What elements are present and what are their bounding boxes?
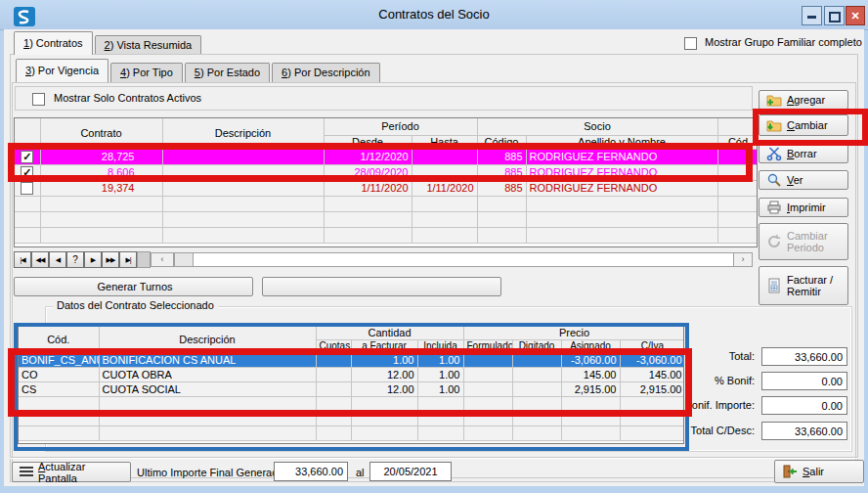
scroll-left-button[interactable]: ‹	[152, 253, 174, 266]
contract-row-2[interactable]: ✓8,60628/09/2020885RODRIGUEZ FERNANDO	[15, 164, 758, 180]
sub-tab-4[interactable]: 6) Por Descripción	[272, 63, 379, 82]
detail-cell-formulado[interactable]	[463, 352, 512, 367]
sub-tab-1[interactable]: 3) Por Vigencia	[16, 59, 108, 82]
cell-nombre[interactable]: RODRIGUEZ FERNANDO	[526, 149, 717, 164]
detail-row-5[interactable]	[19, 411, 684, 426]
cell-descripcion[interactable]	[162, 164, 324, 180]
main-tab-1[interactable]: 1) Contratos	[14, 31, 93, 55]
detail-cell-empty[interactable]	[99, 426, 316, 440]
cell-extra[interactable]	[717, 164, 758, 180]
detail-cell-cod[interactable]: CO	[19, 367, 99, 381]
cell-empty[interactable]	[324, 211, 412, 227]
scrollbar-thumb[interactable]	[174, 253, 194, 266]
cell-contrato[interactable]: 19,374	[40, 180, 162, 196]
scroll-right-button[interactable]: ›	[733, 253, 752, 266]
generar-turnos-button[interactable]: Generar Turnos	[14, 277, 253, 296]
sub-header-1[interactable]: Hasta	[412, 135, 477, 149]
detail-cell-digitado[interactable]	[512, 367, 561, 381]
nav-button-5[interactable]: ▶	[84, 251, 102, 268]
detail-row-4[interactable]	[19, 396, 684, 411]
cell-codigo[interactable]: 885	[477, 180, 526, 196]
row-checkbox[interactable]: ✓	[21, 151, 33, 163]
detail-cell-empty[interactable]	[99, 396, 316, 411]
sub-header-4[interactable]: Cód	[717, 135, 758, 149]
cell-empty[interactable]	[477, 227, 526, 243]
col-header-contrato[interactable]: Contrato	[40, 118, 162, 149]
detail-cell-cod[interactable]: BONIF_CS_ANUA	[19, 352, 99, 367]
sub-header-2[interactable]: Código	[477, 135, 526, 149]
cell-nombre[interactable]: RODRIGUEZ FERNANDO	[526, 180, 717, 196]
ver-button[interactable]: Ver	[759, 170, 848, 190]
horizontal-scrollbar[interactable]: ‹ ›	[151, 252, 753, 267]
cell-empty[interactable]	[40, 211, 162, 227]
detail-cell-empty[interactable]	[561, 411, 620, 426]
cell-empty[interactable]	[526, 227, 717, 243]
ultimo-importe-field[interactable]: 33,660.00	[274, 462, 348, 481]
detail-cell-descripcion[interactable]: CUOTA OBRA	[99, 367, 316, 381]
cell-empty[interactable]	[412, 196, 477, 211]
cell-empty[interactable]	[324, 196, 412, 211]
detail-cell-cuotas[interactable]	[316, 367, 351, 381]
cell-empty[interactable]	[717, 196, 758, 211]
cell-empty[interactable]	[477, 211, 526, 227]
total-field-1[interactable]: 33,660.00	[761, 347, 847, 366]
minimize-button[interactable]	[802, 6, 822, 25]
facturar-remitir-button[interactable]: Facturar / Remitir	[759, 266, 848, 305]
detail-cell-a-facturar[interactable]: 12.00	[351, 367, 417, 381]
cell-hasta[interactable]: 1/11/2020	[412, 180, 477, 196]
detail-cell-empty[interactable]	[351, 411, 417, 426]
cell-nombre[interactable]: RODRIGUEZ FERNANDO	[526, 164, 717, 180]
detail-cell-empty[interactable]	[463, 396, 512, 411]
actualizar-pantalla-button[interactable]: Actualizar Pantalla	[12, 462, 131, 482]
contract-row-5[interactable]	[15, 211, 758, 227]
detail-row-2[interactable]: COCUOTA OBRA12.001.00145.00145.00	[19, 367, 684, 381]
maximize-button[interactable]	[824, 6, 845, 25]
cell-desde[interactable]: 1/12/2020	[324, 149, 412, 164]
detail-cell-empty[interactable]	[351, 396, 417, 411]
cell-hasta[interactable]	[412, 164, 477, 180]
detail-cell-empty[interactable]	[19, 396, 99, 411]
total-field-3[interactable]: 0.00	[761, 396, 847, 415]
detail-cell-empty[interactable]	[316, 411, 351, 426]
cell-empty[interactable]	[40, 196, 162, 211]
detail-row-6[interactable]	[19, 426, 684, 440]
cell-codigo[interactable]: 885	[477, 164, 526, 180]
salir-button[interactable]: Salir	[774, 460, 864, 483]
cell-contrato[interactable]: 8,606	[40, 164, 162, 180]
sub-tab-3[interactable]: 5) Por Estado	[185, 63, 270, 82]
detail-cell-empty[interactable]	[19, 411, 99, 426]
total-field-4[interactable]: 33,660.00	[761, 422, 847, 440]
detail-cell-empty[interactable]	[620, 411, 684, 426]
detail-cell-formulado[interactable]	[463, 381, 512, 396]
close-button[interactable]: ✕	[846, 6, 865, 25]
cell-empty[interactable]	[324, 227, 412, 243]
detail-sub-header-3[interactable]: Formulado	[463, 339, 512, 352]
cell-empty[interactable]	[717, 211, 758, 227]
detail-row-3[interactable]: CSCUOTA SOCIAL12.001.002,915.002,915.00	[19, 381, 684, 396]
detail-cell-empty[interactable]	[316, 396, 351, 411]
contract-row-4[interactable]	[15, 196, 758, 211]
total-field-2[interactable]: 0.00	[761, 372, 847, 390]
detail-cell-empty[interactable]	[417, 426, 463, 440]
sub-header-0[interactable]: Desde	[324, 135, 412, 149]
detail-sub-header-2[interactable]: Incluida	[417, 339, 463, 352]
detail-row-1[interactable]: BONIF_CS_ANUABONIFICACION CS ANUAL1.001.…	[19, 352, 684, 367]
detail-cell-a-facturar[interactable]: 1.00	[351, 352, 417, 367]
detail-cell-incluida[interactable]: 1.00	[417, 352, 463, 367]
cell-empty[interactable]	[717, 227, 758, 243]
cell-empty[interactable]	[477, 196, 526, 211]
cell-empty[interactable]	[412, 227, 477, 243]
detail-cell-empty[interactable]	[417, 396, 463, 411]
sub-tab-2[interactable]: 4) Por Tipo	[110, 63, 183, 82]
detail-cell-formulado[interactable]	[463, 367, 512, 381]
nav-button-1[interactable]: |◀	[14, 251, 31, 268]
detail-cell-cod[interactable]: CS	[19, 381, 99, 396]
cell-empty[interactable]	[526, 196, 717, 211]
nav-button-4[interactable]: ?	[66, 251, 84, 268]
row-checkbox[interactable]: ✓	[21, 166, 33, 179]
borrar-button[interactable]: Borrar	[759, 144, 848, 163]
family-checkbox[interactable]	[684, 37, 697, 50]
cell-extra[interactable]	[717, 149, 758, 164]
detail-cell-empty[interactable]	[463, 411, 512, 426]
detail-cell-empty[interactable]	[463, 426, 512, 440]
